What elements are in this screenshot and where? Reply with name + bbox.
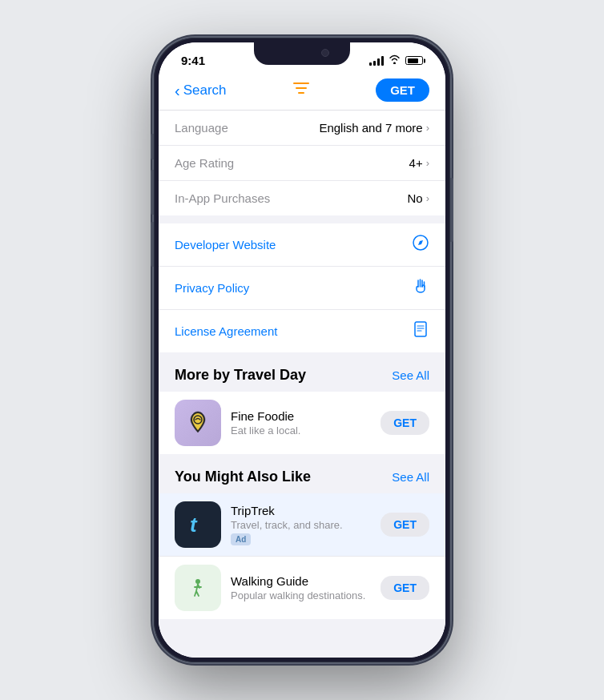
app-row-triptrek: t TripTrek Travel, track, and share. Ad … <box>159 493 445 557</box>
walking-guide-icon <box>175 565 221 611</box>
filter-icon[interactable] <box>292 81 310 99</box>
age-rating-label: Age Rating <box>175 156 234 170</box>
language-value-text: English and 7 more <box>319 121 422 135</box>
finefoodie-icon <box>175 400 221 446</box>
nav-bar: ‹ Search GET <box>159 72 445 111</box>
age-rating-value-text: 4+ <box>409 156 423 170</box>
language-value: English and 7 more › <box>319 121 429 135</box>
finefoodie-info: Fine Foodie Eat like a local. <box>231 409 371 436</box>
age-rating-chevron-icon: › <box>426 157 429 169</box>
mute-button <box>151 134 154 159</box>
battery-icon <box>405 56 423 65</box>
you-might-section-header: You Might Also Like See All <box>159 454 445 493</box>
status-time: 9:41 <box>181 54 205 67</box>
triptrek-desc: Travel, track, and share. <box>231 519 371 531</box>
volume-down-button <box>151 222 154 267</box>
link-section: Developer Website Privacy Policy <box>159 223 445 352</box>
phone-device: 9:41 <box>154 38 450 662</box>
language-chevron-icon: › <box>426 122 429 134</box>
chevron-left-icon: ‹ <box>175 82 180 99</box>
you-might-title: You Might Also Like <box>175 469 311 485</box>
in-app-purchases-row[interactable]: In-App Purchases No › <box>159 181 445 215</box>
wifi-icon <box>389 54 401 66</box>
walking-guide-name: Walking Guide <box>231 574 371 588</box>
finefoodie-get-button[interactable]: GET <box>381 411 429 435</box>
you-might-see-all[interactable]: See All <box>392 470 429 484</box>
triptrek-get-button[interactable]: GET <box>381 513 429 537</box>
developer-website-row[interactable]: Developer Website <box>159 223 445 267</box>
triptrek-ad-badge: Ad <box>231 533 251 545</box>
triptrek-info: TripTrek Travel, track, and share. Ad <box>231 504 371 545</box>
hand-icon <box>412 277 429 299</box>
you-might-app-list: t TripTrek Travel, track, and share. Ad … <box>159 493 445 619</box>
more-by-see-all[interactable]: See All <box>392 368 429 382</box>
in-app-purchases-chevron-icon: › <box>426 192 429 204</box>
signal-icon <box>369 56 384 66</box>
age-rating-row[interactable]: Age Rating 4+ › <box>159 146 445 181</box>
in-app-purchases-value: No › <box>407 191 429 205</box>
more-by-section-header: More by Travel Day See All <box>159 352 445 392</box>
doc-icon <box>412 320 429 342</box>
age-rating-value: 4+ › <box>409 156 429 170</box>
privacy-policy-row[interactable]: Privacy Policy <box>159 267 445 310</box>
app-row-finefoodie: Fine Foodie Eat like a local. GET <box>159 392 445 454</box>
language-label: Language <box>175 121 228 135</box>
more-by-title: More by Travel Day <box>175 367 306 384</box>
compass-icon <box>412 234 429 255</box>
triptrek-icon: t <box>175 501 221 548</box>
developer-website-label: Developer Website <box>175 238 276 251</box>
screen-content: 9:41 <box>159 42 445 658</box>
svg-text:t: t <box>190 513 198 537</box>
app-row-walking-guide: Walking Guide Popular walking destinatio… <box>159 557 445 619</box>
get-main-button[interactable]: GET <box>376 78 429 102</box>
back-label: Search <box>183 82 227 99</box>
volume-up-button <box>151 170 154 215</box>
finefoodie-name: Fine Foodie <box>231 409 371 423</box>
svg-rect-5 <box>415 322 426 336</box>
in-app-purchases-label: In-App Purchases <box>175 191 270 205</box>
walking-guide-get-button[interactable]: GET <box>381 576 429 600</box>
power-button <box>450 178 453 242</box>
info-section: Language English and 7 more › Age Rating… <box>159 111 445 215</box>
license-agreement-row[interactable]: License Agreement <box>159 310 445 352</box>
walking-guide-desc: Popular walking destinations. <box>231 589 371 601</box>
triptrek-name: TripTrek <box>231 504 371 517</box>
finefoodie-desc: Eat like a local. <box>231 424 371 436</box>
more-by-app-list: Fine Foodie Eat like a local. GET <box>159 392 445 454</box>
walking-guide-info: Walking Guide Popular walking destinatio… <box>231 574 371 601</box>
svg-point-11 <box>195 579 200 584</box>
in-app-purchases-value-text: No <box>407 191 422 205</box>
front-camera <box>321 49 329 57</box>
svg-point-4 <box>420 242 421 243</box>
scroll-content[interactable]: Language English and 7 more › Age Rating… <box>159 111 445 658</box>
status-icons <box>369 54 423 66</box>
license-agreement-label: License Agreement <box>175 324 277 338</box>
privacy-policy-label: Privacy Policy <box>175 281 249 295</box>
language-row[interactable]: Language English and 7 more › <box>159 111 445 146</box>
back-button[interactable]: ‹ Search <box>175 82 227 99</box>
notch <box>254 42 350 65</box>
phone-screen: 9:41 <box>159 42 445 658</box>
